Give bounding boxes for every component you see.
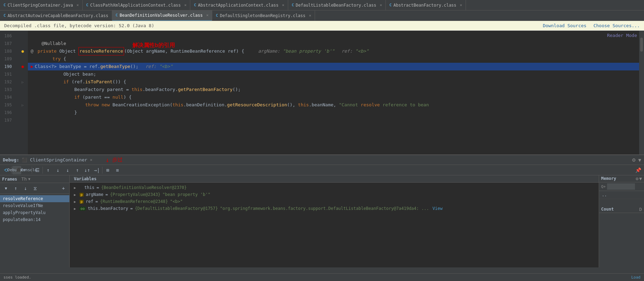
- tab-defaultlistable[interactable]: C DefaultListableBeanFactory.class ✕: [288, 0, 386, 10]
- divider2: [32, 167, 32, 174]
- code-line-187: @Nullable: [28, 40, 639, 47]
- debug-toolbar: ⟲ Debugger ⬛ Console ☰ ↑ ↓ ↓ ↑ ↓↑ →| ⊞ ≡…: [0, 165, 644, 175]
- frame-populatebean[interactable]: populateBean:14: [0, 216, 69, 223]
- frames-down-btn[interactable]: ↓: [21, 184, 30, 192]
- code-line-196: }: [28, 109, 639, 116]
- class-icon5: C: [3, 13, 6, 18]
- view-btn1[interactable]: ⊞: [103, 166, 112, 174]
- expand-argname[interactable]: ▶: [74, 193, 77, 197]
- step-label: 步过: [112, 157, 123, 163]
- line-192: 192: [0, 78, 15, 86]
- expand-this[interactable]: ▶: [74, 186, 77, 190]
- tab-close-beandefinitionvalue[interactable]: ✕: [206, 13, 209, 17]
- frames-list: resolveReference resolveValueIfNe applyP…: [0, 194, 70, 225]
- frames-dropdown-btn[interactable]: ▼: [1, 184, 10, 192]
- tab-close-clientspring[interactable]: ✕: [76, 3, 79, 7]
- step-out-btn[interactable]: ↓: [63, 166, 72, 174]
- java-icon: C: [3, 3, 6, 7]
- frames-section: Frames Th ▼ ▼ ↑ ↓ ⧖ + resolveReference r…: [0, 175, 70, 267]
- status-bar: sses loaded. Load: [0, 273, 644, 281]
- divider3: [43, 167, 43, 174]
- run-to-cursor-btn[interactable]: ↑: [73, 166, 82, 174]
- console-tab[interactable]: ⬛ Console: [22, 166, 31, 174]
- tab-close-defaultsingleton[interactable]: ✕: [309, 13, 312, 18]
- expand-beanfactory[interactable]: ▶: [74, 207, 77, 211]
- gutter: ● ● ▷ ▷: [17, 31, 28, 154]
- var-this[interactable]: ▶ this = {BeanDefinitionValueResolver@23…: [70, 184, 599, 191]
- var-ref[interactable]: ▶ p ref = {RuntimeBeanReference@2348} "<…: [70, 198, 599, 205]
- threads-label: Th: [21, 176, 27, 182]
- force-step-btn[interactable]: →|: [92, 166, 101, 174]
- view-btn2[interactable]: ≡: [113, 166, 122, 174]
- fold-195[interactable]: ▷: [22, 103, 24, 107]
- tab-abstractautowire[interactable]: C AbstractAutowireCapableBeanFactory.cla…: [0, 10, 112, 21]
- session-close[interactable]: ✕: [90, 158, 92, 162]
- line-189: 189: [0, 55, 15, 63]
- memory-search-row: Q+: [599, 182, 644, 191]
- debug-settings-icon[interactable]: ⚙: [632, 157, 636, 163]
- gutter-192: ▷: [17, 78, 28, 86]
- tab-abstractbean[interactable]: C AbstractBeanFactory.class ✕: [386, 0, 466, 10]
- tab-close-abstractbean[interactable]: ✕: [460, 3, 462, 7]
- type-object: Object: [59, 47, 78, 55]
- step-over-btn[interactable]: ↑: [44, 166, 53, 174]
- memory-entry-row: ..: [599, 191, 644, 199]
- tab-defaultsingleton[interactable]: C DefaultSingletonBeanRegistry.class ✕: [212, 10, 315, 21]
- tab-close-classpathxml[interactable]: ✕: [184, 3, 187, 7]
- gutter-187: [17, 40, 28, 47]
- class-icon3: C: [292, 3, 294, 7]
- evaluate-btn[interactable]: ↓↑: [83, 166, 92, 174]
- step-into-btn[interactable]: ↓: [53, 166, 62, 174]
- nullable-annotation: @Nullable: [31, 40, 66, 47]
- threads-dropdown[interactable]: ▼: [28, 177, 30, 181]
- memory-search-input[interactable]: [607, 183, 635, 190]
- memory-settings-icon: ⚙: [636, 176, 638, 181]
- debug-settings-icon2[interactable]: ▼: [638, 157, 641, 163]
- download-sources-link[interactable]: Download Sources: [543, 23, 586, 28]
- view-link[interactable]: View: [432, 206, 443, 211]
- frame-resolvevalue[interactable]: resolveValueIfNe: [0, 202, 69, 209]
- variables-list: ▶ this = {BeanDefinitionValueResolver@23…: [70, 183, 599, 267]
- layout-btn[interactable]: ☰: [33, 166, 42, 174]
- class-icon7: C: [216, 13, 218, 18]
- tab-clientspring[interactable]: C ClientSpringContainer.java ✕: [0, 0, 83, 10]
- console-icon: ⬛: [16, 168, 21, 172]
- var-beanfactory[interactable]: ▶ oo this.beanFactory = {DefaultListable…: [70, 205, 599, 212]
- frames-add-btn[interactable]: +: [59, 184, 68, 192]
- line-196: 196: [0, 109, 15, 116]
- code-line-197: [28, 116, 639, 124]
- fold-192[interactable]: ▷: [22, 80, 24, 84]
- class-icon2: C: [194, 3, 196, 7]
- frames-up-btn[interactable]: ↑: [11, 184, 20, 192]
- tab-bar-row1: C ClientSpringContainer.java ✕ C ClassPa…: [0, 0, 644, 10]
- badge-argname: p: [79, 193, 84, 197]
- variables-section: Variables ▶ this = {BeanDefinitionValueR…: [70, 175, 599, 267]
- frames-header: Frames Th ▼: [0, 175, 69, 183]
- choose-sources-link[interactable]: Choose Sources...: [593, 23, 640, 28]
- breakpoint-icon-190[interactable]: ●: [21, 64, 24, 69]
- frame-applyproperty[interactable]: applyPropertyValu: [0, 209, 69, 216]
- tab-close-defaultlistable[interactable]: ✕: [380, 3, 382, 7]
- tab-classpathxml[interactable]: C ClassPathXmlApplicationContext.class ✕: [83, 0, 190, 10]
- memory-entry-dots: ..: [602, 192, 607, 197]
- debug-argname: argName: "bean property 'b'": [258, 47, 335, 55]
- tab-beandefinitionvalue[interactable]: C BeanDefinitionValueResolver.class ✕: [112, 10, 213, 21]
- scrollbar-thumb[interactable]: [640, 38, 643, 52]
- gutter-191: [17, 70, 28, 78]
- info-bar-links: Download Sources Choose Sources...: [543, 23, 640, 28]
- code-line-188: @ private Object resolveReference ( Obje…: [28, 47, 639, 55]
- tab-close-abstractapp[interactable]: ✕: [282, 3, 284, 7]
- search-prefix: Q+: [601, 184, 606, 189]
- expand-ref[interactable]: ▶: [74, 200, 77, 204]
- frame-resolvereference[interactable]: resolveReference: [0, 195, 69, 202]
- tab-abstractapp[interactable]: C AbstractApplicationContext.class ✕: [190, 0, 288, 10]
- pin-btn[interactable]: 📌: [634, 166, 643, 174]
- step-arrow: ↓: [106, 156, 109, 164]
- code-line-191: Object bean;: [28, 70, 639, 78]
- gutter-189: [17, 55, 28, 63]
- count-header-row: Count D: [599, 206, 644, 213]
- status-load-link[interactable]: Load: [631, 275, 641, 280]
- var-argname[interactable]: ▶ p argName = {PropertyValue@2343} "bean…: [70, 191, 599, 198]
- frames-filter-btn[interactable]: ⧖: [31, 184, 40, 192]
- reader-mode-button[interactable]: Reader Mode: [607, 33, 637, 38]
